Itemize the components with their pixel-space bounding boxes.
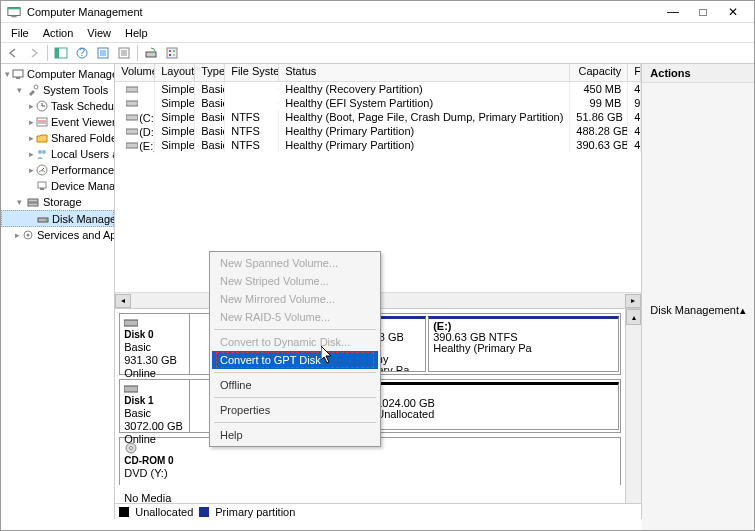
ctx-new-raid5: New RAID-5 Volume... — [212, 308, 378, 326]
properties-button[interactable] — [114, 44, 134, 62]
forward-button[interactable] — [24, 44, 44, 62]
expand-icon[interactable]: ▸ — [29, 102, 34, 111]
drive-icon — [125, 111, 139, 123]
svg-rect-18 — [173, 54, 175, 56]
collapse-icon[interactable]: ▾ — [15, 86, 24, 95]
col-layout[interactable]: Layout — [155, 64, 195, 81]
scroll-up[interactable]: ▴ — [626, 309, 641, 325]
menu-help[interactable]: Help — [119, 25, 154, 41]
col-status[interactable]: Status — [279, 64, 570, 81]
col-volume[interactable]: Volume — [115, 64, 155, 81]
tree-performance[interactable]: ▸ Performance — [1, 162, 114, 178]
ctx-offline[interactable]: Offline — [212, 376, 378, 394]
tree-shared-folders[interactable]: ▸ Shared Folders — [1, 130, 114, 146]
col-filesystem[interactable]: File System — [225, 64, 279, 81]
tree-label: Storage — [43, 196, 82, 208]
close-button[interactable]: ✕ — [718, 2, 748, 22]
expand-icon[interactable]: ▸ — [29, 134, 34, 143]
svg-rect-4 — [55, 48, 59, 58]
v-scrollbar[interactable]: ▴ — [625, 309, 641, 503]
disk-icon — [124, 384, 185, 394]
expand-icon[interactable]: ▸ — [29, 118, 34, 127]
disk-label: Disk 0 — [124, 329, 153, 340]
drive-icon — [125, 97, 139, 109]
tree-label: Services and Applications — [37, 229, 115, 241]
volume-row[interactable]: SimpleBasicHealthy (EFI System Partition… — [115, 96, 641, 110]
title-bar: Computer Management — □ ✕ — [1, 1, 754, 23]
collapse-icon[interactable]: ▾ — [15, 198, 24, 207]
svg-rect-41 — [126, 101, 138, 106]
part-status: Unallocated — [376, 408, 434, 420]
collapse-icon[interactable]: ▾ — [5, 70, 10, 79]
expand-icon[interactable]: ▸ — [29, 150, 34, 159]
tree-task-scheduler[interactable]: ▸ Task Scheduler — [1, 98, 114, 114]
settings-button[interactable] — [162, 44, 182, 62]
minimize-button[interactable]: — — [658, 2, 688, 22]
tree-storage[interactable]: ▾ Storage — [1, 194, 114, 210]
disk-management-icon — [37, 212, 49, 226]
context-menu: New Spanned Volume... New Striped Volume… — [209, 251, 381, 447]
expand-icon[interactable]: ▸ — [15, 231, 20, 240]
partition-unallocated[interactable]: 1024.00 GB Unallocated — [371, 382, 619, 430]
device-manager-icon — [36, 179, 48, 193]
col-type[interactable]: Type — [195, 64, 225, 81]
col-capacity[interactable]: Capacity — [570, 64, 628, 81]
nav-tree: ▾ Computer Management (Local ▾ System To… — [1, 64, 115, 519]
svg-rect-32 — [38, 182, 46, 188]
tree-services-apps[interactable]: ▸ Services and Applications — [1, 227, 114, 243]
show-hide-tree-button[interactable] — [51, 44, 71, 62]
expand-icon[interactable]: ▸ — [29, 166, 34, 175]
tree-root[interactable]: ▾ Computer Management (Local — [1, 66, 114, 82]
svg-point-29 — [42, 150, 46, 154]
tree-label: Performance — [51, 164, 114, 176]
disk-media: No Media — [124, 492, 171, 503]
tree-device-manager[interactable]: ▸ Device Manager — [1, 178, 114, 194]
ctx-separator — [214, 422, 376, 423]
svg-point-37 — [45, 219, 47, 221]
rescan-button[interactable] — [141, 44, 161, 62]
legend-swatch-unallocated — [119, 507, 129, 517]
volume-row[interactable]: (E:)SimpleBasicNTFSHealthy (Primary Part… — [115, 138, 641, 152]
refresh-button[interactable] — [93, 44, 113, 62]
ctx-convert-gpt[interactable]: Convert to GPT Disk — [212, 351, 378, 369]
svg-rect-19 — [13, 70, 23, 77]
services-icon — [22, 228, 34, 242]
svg-rect-35 — [28, 203, 38, 206]
svg-rect-43 — [126, 129, 138, 134]
scroll-right[interactable]: ▸ — [625, 294, 641, 308]
drive-icon — [125, 139, 139, 151]
tree-local-users[interactable]: ▸ Local Users and Groups — [1, 146, 114, 162]
actions-disk-management[interactable]: Disk Management ▴ — [642, 83, 754, 531]
svg-rect-44 — [126, 143, 138, 148]
menu-file[interactable]: File — [5, 25, 35, 41]
scroll-left[interactable]: ◂ — [115, 294, 131, 308]
volume-row[interactable]: (C:)SimpleBasicNTFSHealthy (Boot, Page F… — [115, 110, 641, 124]
scheduler-icon — [36, 99, 48, 113]
tree-label: Computer Management (Local — [27, 68, 115, 80]
ctx-properties[interactable]: Properties — [212, 401, 378, 419]
tree-disk-management[interactable]: ▸ Disk Management — [1, 210, 114, 227]
svg-rect-40 — [126, 87, 138, 92]
svg-point-21 — [34, 85, 38, 89]
svg-rect-14 — [167, 48, 177, 58]
legend: Unallocated Primary partition — [115, 503, 641, 519]
chevron-up-icon: ▴ — [740, 304, 746, 317]
help-button[interactable]: ? — [72, 44, 92, 62]
maximize-button[interactable]: □ — [688, 2, 718, 22]
menu-view[interactable]: View — [81, 25, 117, 41]
window-title: Computer Management — [27, 6, 658, 18]
back-button[interactable] — [3, 44, 23, 62]
disk-type: Basic — [124, 407, 151, 419]
actions-pane: Actions Disk Management ▴ More Actions ▸ — [642, 64, 754, 519]
svg-point-48 — [130, 447, 133, 450]
tree-system-tools[interactable]: ▾ System Tools — [1, 82, 114, 98]
tree-event-viewer[interactable]: ▸ Event Viewer — [1, 114, 114, 130]
actions-header: Actions — [642, 64, 754, 83]
ctx-help[interactable]: Help — [212, 426, 378, 444]
col-f[interactable]: F — [628, 64, 641, 81]
volume-row[interactable]: SimpleBasicHealthy (Recovery Partition)4… — [115, 82, 641, 96]
partition-e[interactable]: (E:) 390.63 GB NTFS Healthy (Primary Pa — [428, 316, 619, 372]
menu-action[interactable]: Action — [37, 25, 80, 41]
users-icon — [36, 147, 48, 161]
volume-row[interactable]: (D:)SimpleBasicNTFSHealthy (Primary Part… — [115, 124, 641, 138]
